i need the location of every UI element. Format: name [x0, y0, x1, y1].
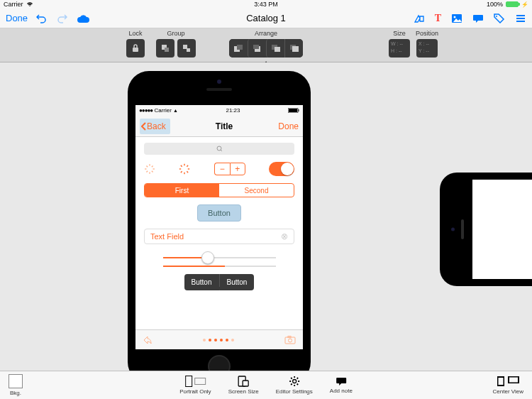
menu-icon[interactable]	[515, 13, 526, 23]
svg-rect-13	[275, 47, 280, 52]
phone-back-button[interactable]: Back	[140, 119, 170, 134]
slider-thumb[interactable]	[201, 251, 214, 264]
image-tool-icon[interactable]	[451, 13, 462, 23]
svg-rect-37	[285, 337, 295, 344]
arrange-back-button[interactable]	[229, 39, 248, 58]
position-label: Position	[416, 30, 438, 37]
phone-progress-bar	[163, 266, 276, 267]
svg-line-20	[221, 150, 222, 151]
svg-rect-17	[289, 109, 297, 112]
segment-first[interactable]: First	[145, 184, 219, 197]
svg-line-26	[152, 171, 153, 173]
arrange-label: Arrange	[255, 30, 277, 37]
arrange-forward-button[interactable]	[266, 39, 284, 58]
svg-line-33	[181, 165, 182, 167]
iphone-screen: ●●●●● Carrier ▲ 21:23 Back Title Done −+…	[135, 105, 303, 349]
svg-line-36	[187, 165, 189, 167]
phone-camera-icon[interactable]	[284, 336, 296, 344]
phone-stepper[interactable]: −+	[214, 163, 245, 175]
segment-second[interactable]: Second	[219, 184, 294, 197]
gear-icon	[289, 376, 300, 387]
bkg-swatch-icon	[9, 374, 23, 388]
activity-indicator-small-icon[interactable]	[144, 163, 155, 175]
svg-rect-9	[237, 45, 243, 50]
undo-icon[interactable]	[36, 13, 48, 23]
document-title: Catalog 1	[246, 13, 286, 23]
editor-toolbar: Lock Group Arrange ▼ Size W : --H : -- P…	[0, 28, 532, 62]
tag-tool-icon[interactable]	[494, 13, 505, 23]
svg-line-28	[152, 165, 153, 167]
action-button-a[interactable]: Button	[184, 274, 220, 290]
svg-rect-18	[299, 109, 299, 111]
page-indicator[interactable]	[203, 339, 234, 341]
editor-settings-button[interactable]: Editor Settings	[276, 376, 313, 395]
action-button-b[interactable]: Button	[220, 274, 255, 290]
phone-textfield[interactable]: Text Field ⊗	[144, 229, 294, 244]
group-button[interactable]	[156, 39, 174, 58]
ungroup-button[interactable]	[177, 39, 196, 58]
lock-label: Lock	[128, 30, 142, 37]
center-view-button[interactable]: Center View	[493, 376, 523, 395]
add-note-button[interactable]: Add note	[330, 376, 353, 394]
screen-size-icon	[237, 376, 250, 387]
svg-point-1	[454, 16, 456, 18]
phone-time: 21:23	[226, 107, 240, 114]
phone-action-sheet[interactable]: Button Button	[184, 274, 255, 290]
lock-button[interactable]	[126, 39, 145, 58]
svg-rect-41	[243, 381, 248, 386]
arrange-front-button[interactable]	[284, 39, 303, 58]
phone-search-bar[interactable]	[144, 143, 294, 155]
size-display[interactable]: W : --H : --	[389, 39, 410, 58]
note-icon	[336, 376, 347, 386]
portrait-icon	[185, 376, 192, 387]
size-label: Size	[393, 30, 406, 37]
phone-slider[interactable]	[163, 257, 276, 258]
app-top-bar: Done Catalog 1 T	[0, 9, 532, 28]
charging-icon: ⚡	[521, 1, 528, 8]
center-portrait-icon	[497, 376, 505, 387]
textfield-clear-icon[interactable]: ⊗	[281, 231, 288, 241]
phone-battery-icon	[288, 108, 299, 113]
arrange-backward-button[interactable]	[248, 39, 266, 58]
iphone-landscape-mockup[interactable]	[440, 173, 532, 286]
phone-button[interactable]: Button	[197, 204, 241, 222]
position-display[interactable]: X : --Y : --	[416, 39, 438, 58]
battery-percent: 100%	[487, 1, 503, 8]
center-landscape-icon	[507, 376, 520, 384]
phone-nav-title: Title	[216, 121, 233, 131]
activity-indicator-large-icon[interactable]	[179, 163, 190, 175]
phone-share-icon[interactable]	[143, 335, 153, 345]
wifi-icon	[26, 1, 33, 7]
iphone2-camera-dot	[451, 228, 455, 231]
cloud-icon[interactable]	[76, 13, 90, 23]
phone-done-button[interactable]: Done	[278, 121, 299, 131]
text-tool-icon[interactable]: T	[435, 13, 441, 24]
iphone-speaker	[206, 88, 232, 91]
chat-tool-icon[interactable]	[472, 13, 484, 23]
phone-segmented-control[interactable]: First Second	[144, 183, 294, 197]
svg-line-25	[146, 165, 148, 167]
group-label: Group	[167, 30, 184, 37]
phone-switch[interactable]	[269, 162, 294, 176]
phone-nav-bar: Back Title Done	[135, 116, 303, 137]
landscape-icon	[194, 378, 206, 385]
iphone-device-mockup[interactable]: ●●●●● Carrier ▲ 21:23 Back Title Done −+…	[128, 71, 311, 371]
stepper-minus[interactable]: −	[214, 163, 230, 175]
shape-tool-icon[interactable]	[414, 13, 425, 23]
svg-rect-7	[187, 48, 190, 52]
orientation-toggle[interactable]: Portrait Only	[179, 376, 211, 395]
svg-rect-11	[253, 45, 259, 49]
done-button[interactable]: Done	[6, 13, 28, 23]
redo-icon[interactable]	[56, 13, 67, 23]
battery-icon	[506, 1, 519, 7]
background-picker[interactable]: Bkg.	[9, 374, 23, 396]
screen-size-button[interactable]: Screen Size	[228, 376, 259, 395]
stepper-plus[interactable]: +	[230, 163, 245, 175]
iphone2-speaker	[461, 219, 464, 239]
svg-rect-46	[509, 378, 518, 383]
ipad-status-bar: Carrier 3:43 PM 100% ⚡	[0, 0, 532, 9]
carrier-label: Carrier	[4, 1, 23, 8]
iphone-home-button	[208, 355, 231, 371]
svg-line-27	[146, 171, 148, 173]
canvas[interactable]: ●●●●● Carrier ▲ 21:23 Back Title Done −+…	[0, 62, 532, 371]
